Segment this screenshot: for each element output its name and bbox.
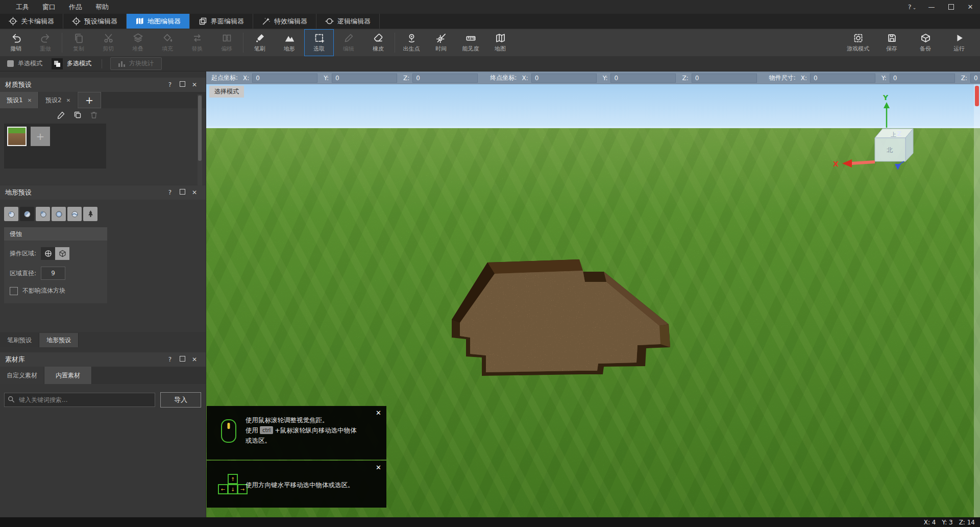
import-button[interactable]: 导入 [160,392,201,408]
duplicate-icon[interactable] [74,111,82,119]
tab-logic-editor[interactable]: 逻辑编辑器 [316,14,380,29]
tab-effects-editor[interactable]: 特效编辑器 [253,14,316,29]
panel-help-button[interactable]: ? [164,189,176,196]
time-button[interactable]: 时间 [426,29,456,56]
start-z-input[interactable] [412,74,478,83]
preset-tab-2[interactable]: 预设2 ✕ [39,92,78,108]
menu-works[interactable]: 作品 [62,0,89,14]
copy-button[interactable]: 复制 [64,29,93,56]
terrain-brush-paint[interactable] [36,207,50,221]
panel-help-button[interactable]: ? [164,81,176,88]
tab-builtin-assets[interactable]: 内置素材 [44,367,92,384]
menu-window[interactable]: 窗口 [36,0,62,14]
redo-button[interactable]: 重做 [31,29,60,56]
terrain-tool-button[interactable]: 地形 [275,29,304,56]
game-mode-button[interactable]: 游戏模式 [841,29,875,56]
undo-button[interactable]: 撤销 [1,29,31,56]
add-material-button[interactable]: + [31,127,50,146]
panel-close-button[interactable]: ✕ [188,81,201,88]
tab-terrain-presets[interactable]: 地形预设 [39,333,79,347]
tab-preset-editor[interactable]: 预设编辑器 [63,14,127,29]
spawn-point-button[interactable]: 出生点 [397,29,426,56]
terrain-brush-smooth[interactable] [67,207,82,221]
offset-button[interactable]: 偏移 [212,29,241,56]
single-select-mode[interactable]: 单选模式 [7,59,42,68]
tab-ui-editor[interactable]: 界面编辑器 [190,14,253,29]
close-icon[interactable]: ✕ [376,464,381,471]
cut-button[interactable]: 剪切 [93,29,123,56]
magic-wand-icon [262,17,271,26]
panel-title: 材质预设 [5,80,32,89]
tab-close-icon[interactable]: ✕ [28,98,32,103]
minimize-button[interactable]: — [922,0,941,14]
window-controls: ?⌄ — ✕ [902,0,980,14]
preset-tab-1[interactable]: 预设1 ✕ [0,92,39,108]
tab-custom-assets[interactable]: 自定义素材 [0,367,44,384]
panel-close-button[interactable]: ✕ [188,356,201,363]
terrain-brush-sphere[interactable] [52,207,66,221]
terrain-brush-raise[interactable] [4,207,18,221]
help-button[interactable]: ?⌄ [902,0,922,14]
terrain-brush-tree[interactable] [83,207,97,221]
stack-button[interactable]: 堆叠 [123,29,153,56]
block-statistics-button[interactable]: 方块统计 [110,57,162,70]
size-x-input[interactable] [810,74,875,83]
panel-maximize-button[interactable] [176,81,188,88]
menu-tools[interactable]: 工具 [9,0,36,14]
panel-maximize-button[interactable] [176,356,188,363]
trash-icon[interactable] [90,111,98,119]
replace-button[interactable]: 替换 [182,29,212,56]
close-icon[interactable]: ✕ [376,409,381,417]
scrollbar-thumb[interactable] [975,86,979,106]
fluid-checkbox[interactable] [10,287,18,295]
navigation-gizmo[interactable]: Y Z 上 北 X [826,87,928,174]
start-x-input[interactable] [252,74,317,83]
tab-level-editor[interactable]: 关卡编辑器 [0,14,63,29]
edit-pen-icon[interactable] [57,111,65,119]
tab-label: 地图编辑器 [148,17,181,26]
visibility-button[interactable]: 能见度 [456,29,485,56]
add-preset-tab-button[interactable]: + [78,92,101,108]
search-input[interactable] [4,393,155,407]
multi-select-mode[interactable]: 多选模式 [52,58,91,69]
tab-close-icon[interactable]: ✕ [66,98,70,103]
menu-help[interactable]: 帮助 [89,0,115,14]
size-z-input[interactable] [970,74,980,83]
raise-brush-icon [7,210,16,219]
scissors-icon [103,33,114,43]
close-button[interactable]: ✕ [961,0,980,14]
sphere-area-toggle[interactable] [41,247,55,260]
save-button[interactable]: 保存 [875,29,909,56]
eraser-tool-button[interactable]: 橡皮 [363,29,393,56]
end-z-input[interactable] [692,74,757,83]
cube-area-toggle[interactable] [55,247,69,260]
select-tool-button[interactable]: 选取 [304,29,334,56]
viewport-3d[interactable]: 起点坐标: X: Y: Z: 终点坐标: X: Y: Z: 物件尺寸: X: Y… [206,71,980,517]
map-button[interactable]: 地图 [485,29,515,56]
terrain-brush-erode[interactable] [20,207,34,221]
panel-maximize-button[interactable] [176,189,188,196]
tab-brush-presets[interactable]: 笔刷预设 [0,333,39,347]
panel-close-button[interactable]: ✕ [188,189,201,196]
hint-arrow-keys: ✕ ↑ ← ↓ → 使用方向键水平移动选中物体或选区。 [207,461,386,508]
run-button[interactable]: 运行 [942,29,976,56]
size-y-input[interactable] [890,74,955,83]
end-x-input[interactable] [531,74,597,83]
paint-brush-icon [39,210,47,219]
fill-button[interactable]: 填充 [153,29,182,56]
edit-tool-button[interactable]: 编辑 [334,29,363,56]
start-y-input[interactable] [332,74,397,83]
panel-help-button[interactable]: ? [164,356,176,363]
tab-map-editor[interactable]: 地图编辑器 [127,14,190,29]
diameter-input[interactable] [41,267,65,280]
brush-tool-button[interactable]: 笔刷 [245,29,275,56]
viewport-scrollbar[interactable] [974,84,980,517]
axis-x-label: X: [801,75,807,82]
toolbar-label: 编辑 [343,45,354,53]
grass-block-swatch[interactable] [7,127,27,146]
end-y-input[interactable] [610,74,676,83]
scrollbar-thumb[interactable] [198,95,202,161]
backup-button[interactable]: 备份 [909,29,942,56]
maximize-button[interactable] [941,0,961,14]
operation-area-row: 操作区域: [10,247,107,260]
